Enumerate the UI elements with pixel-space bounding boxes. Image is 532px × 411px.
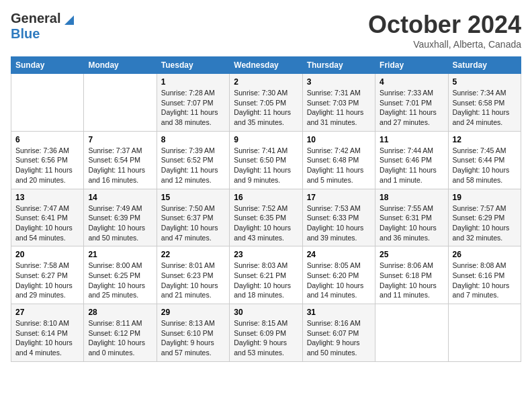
day-content: Sunrise: 7:49 AMSunset: 6:39 PMDaylight:…: [88, 203, 152, 243]
month-title: October 2024: [368, 11, 521, 39]
day-number: 14: [88, 193, 152, 202]
calendar-cell-w5-d4: 30Sunrise: 8:15 AMSunset: 6:09 PMDayligh…: [230, 304, 302, 362]
day-number: 29: [161, 308, 225, 317]
svg-marker-0: [64, 15, 74, 25]
day-content: Sunrise: 8:00 AMSunset: 6:25 PMDaylight:…: [88, 261, 152, 300]
calendar-cell-w1-d1: [11, 74, 84, 132]
calendar-cell-w1-d3: 1Sunrise: 7:28 AMSunset: 7:07 PMDaylight…: [157, 74, 229, 132]
day-content: Sunrise: 7:30 AMSunset: 7:05 PMDaylight:…: [234, 88, 298, 128]
calendar-cell-w2-d4: 9Sunrise: 7:41 AMSunset: 6:50 PMDaylight…: [230, 131, 302, 189]
day-number: 27: [15, 308, 79, 317]
day-number: 8: [161, 135, 225, 144]
day-number: 20: [15, 250, 79, 259]
day-content: Sunrise: 7:42 AMSunset: 6:48 PMDaylight:…: [307, 146, 371, 185]
day-number: 11: [380, 135, 443, 144]
day-number: 21: [88, 250, 152, 259]
col-monday: Monday: [84, 57, 157, 74]
day-content: Sunrise: 7:36 AMSunset: 6:56 PMDaylight:…: [15, 146, 79, 185]
calendar-cell-w1-d6: 4Sunrise: 7:33 AMSunset: 7:01 PMDaylight…: [375, 74, 448, 132]
day-content: Sunrise: 8:16 AMSunset: 6:07 PMDaylight:…: [307, 318, 371, 358]
col-thursday: Thursday: [302, 57, 375, 74]
calendar-cell-w1-d2: [84, 74, 157, 132]
day-content: Sunrise: 8:11 AMSunset: 6:12 PMDaylight:…: [88, 318, 152, 358]
day-number: 2: [234, 77, 298, 87]
day-content: Sunrise: 8:13 AMSunset: 6:10 PMDaylight:…: [161, 318, 225, 358]
calendar-cell-w1-d4: 2Sunrise: 7:30 AMSunset: 7:05 PMDaylight…: [230, 74, 302, 132]
day-content: Sunrise: 8:03 AMSunset: 6:21 PMDaylight:…: [234, 261, 298, 300]
day-content: Sunrise: 7:34 AMSunset: 6:58 PMDaylight:…: [453, 88, 517, 128]
calendar-cell-w1-d5: 3Sunrise: 7:31 AMSunset: 7:03 PMDaylight…: [302, 74, 375, 132]
calendar-cell-w3-d6: 18Sunrise: 7:55 AMSunset: 6:31 PMDayligh…: [375, 189, 448, 246]
day-number: 4: [380, 77, 443, 87]
calendar-header-row: Sunday Monday Tuesday Wednesday Thursday…: [11, 57, 521, 74]
day-number: 22: [161, 250, 225, 259]
calendar-cell-w2-d5: 10Sunrise: 7:42 AMSunset: 6:48 PMDayligh…: [302, 131, 375, 189]
day-content: Sunrise: 8:05 AMSunset: 6:20 PMDaylight:…: [307, 261, 371, 300]
day-number: 18: [380, 193, 443, 202]
day-number: 5: [453, 77, 517, 87]
day-content: Sunrise: 8:06 AMSunset: 6:18 PMDaylight:…: [380, 261, 443, 300]
day-number: 25: [380, 250, 443, 259]
calendar-cell-w3-d1: 13Sunrise: 7:47 AMSunset: 6:41 PMDayligh…: [11, 189, 84, 246]
calendar-table: Sunday Monday Tuesday Wednesday Thursday…: [11, 56, 521, 362]
day-number: 9: [234, 135, 298, 144]
day-number: 10: [307, 135, 371, 144]
calendar-cell-w2-d1: 6Sunrise: 7:36 AMSunset: 6:56 PMDaylight…: [11, 131, 84, 189]
calendar-cell-w2-d3: 8Sunrise: 7:39 AMSunset: 6:52 PMDaylight…: [157, 131, 229, 189]
calendar-cell-w5-d6: [375, 304, 448, 362]
day-content: Sunrise: 7:55 AMSunset: 6:31 PMDaylight:…: [380, 203, 443, 243]
day-number: 7: [88, 135, 152, 144]
calendar-cell-w5-d7: [448, 304, 521, 362]
day-content: Sunrise: 7:47 AMSunset: 6:41 PMDaylight:…: [15, 203, 79, 243]
day-content: Sunrise: 7:50 AMSunset: 6:37 PMDaylight:…: [161, 203, 225, 243]
day-number: 24: [307, 250, 371, 259]
calendar-cell-w3-d2: 14Sunrise: 7:49 AMSunset: 6:39 PMDayligh…: [84, 189, 157, 246]
day-number: 17: [307, 193, 371, 202]
day-number: 1: [161, 77, 225, 87]
day-content: Sunrise: 7:41 AMSunset: 6:50 PMDaylight:…: [234, 146, 298, 185]
day-content: Sunrise: 8:15 AMSunset: 6:09 PMDaylight:…: [234, 318, 298, 358]
day-number: 6: [15, 135, 79, 144]
day-content: Sunrise: 7:45 AMSunset: 6:44 PMDaylight:…: [453, 146, 517, 185]
day-content: Sunrise: 7:37 AMSunset: 6:54 PMDaylight:…: [88, 146, 152, 185]
logo-blue-text: Blue: [11, 26, 40, 41]
day-content: Sunrise: 7:52 AMSunset: 6:35 PMDaylight:…: [234, 203, 298, 243]
day-content: Sunrise: 7:44 AMSunset: 6:46 PMDaylight:…: [380, 146, 443, 185]
day-content: Sunrise: 7:39 AMSunset: 6:52 PMDaylight:…: [161, 146, 225, 185]
calendar-cell-w3-d4: 16Sunrise: 7:52 AMSunset: 6:35 PMDayligh…: [230, 189, 302, 246]
day-number: 23: [234, 250, 298, 259]
col-wednesday: Wednesday: [230, 57, 302, 74]
day-number: 30: [234, 308, 298, 317]
col-friday: Friday: [375, 57, 448, 74]
logo-triangle-icon: [62, 11, 77, 26]
calendar-week-3: 13Sunrise: 7:47 AMSunset: 6:41 PMDayligh…: [11, 189, 521, 246]
calendar-cell-w4-d2: 21Sunrise: 8:00 AMSunset: 6:25 PMDayligh…: [84, 246, 157, 304]
calendar-cell-w4-d3: 22Sunrise: 8:01 AMSunset: 6:23 PMDayligh…: [157, 246, 229, 304]
day-content: Sunrise: 7:58 AMSunset: 6:27 PMDaylight:…: [15, 261, 79, 300]
location: Vauxhall, Alberta, Canada: [368, 39, 521, 50]
calendar-cell-w4-d1: 20Sunrise: 7:58 AMSunset: 6:27 PMDayligh…: [11, 246, 84, 304]
day-number: 12: [453, 135, 517, 144]
logo-general-text: General: [11, 11, 60, 26]
calendar-cell-w5-d3: 29Sunrise: 8:13 AMSunset: 6:10 PMDayligh…: [157, 304, 229, 362]
calendar-cell-w2-d7: 12Sunrise: 7:45 AMSunset: 6:44 PMDayligh…: [448, 131, 521, 189]
day-number: 16: [234, 193, 298, 202]
day-content: Sunrise: 8:08 AMSunset: 6:16 PMDaylight:…: [453, 261, 517, 300]
day-number: 28: [88, 308, 152, 317]
calendar-cell-w4-d6: 25Sunrise: 8:06 AMSunset: 6:18 PMDayligh…: [375, 246, 448, 304]
logo: General Blue: [11, 11, 77, 42]
calendar-cell-w4-d7: 26Sunrise: 8:08 AMSunset: 6:16 PMDayligh…: [448, 246, 521, 304]
calendar-cell-w5-d1: 27Sunrise: 8:10 AMSunset: 6:14 PMDayligh…: [11, 304, 84, 362]
day-number: 15: [161, 193, 225, 202]
day-number: 19: [453, 193, 517, 202]
calendar-cell-w3-d7: 19Sunrise: 7:57 AMSunset: 6:29 PMDayligh…: [448, 189, 521, 246]
calendar-week-2: 6Sunrise: 7:36 AMSunset: 6:56 PMDaylight…: [11, 131, 521, 189]
day-number: 31: [307, 308, 371, 317]
calendar-cell-w2-d2: 7Sunrise: 7:37 AMSunset: 6:54 PMDaylight…: [84, 131, 157, 189]
calendar-week-4: 20Sunrise: 7:58 AMSunset: 6:27 PMDayligh…: [11, 246, 521, 304]
col-tuesday: Tuesday: [157, 57, 229, 74]
calendar-cell-w2-d6: 11Sunrise: 7:44 AMSunset: 6:46 PMDayligh…: [375, 131, 448, 189]
day-content: Sunrise: 7:28 AMSunset: 7:07 PMDaylight:…: [161, 88, 225, 128]
calendar-cell-w3-d3: 15Sunrise: 7:50 AMSunset: 6:37 PMDayligh…: [157, 189, 229, 246]
day-content: Sunrise: 7:31 AMSunset: 7:03 PMDaylight:…: [307, 88, 371, 128]
